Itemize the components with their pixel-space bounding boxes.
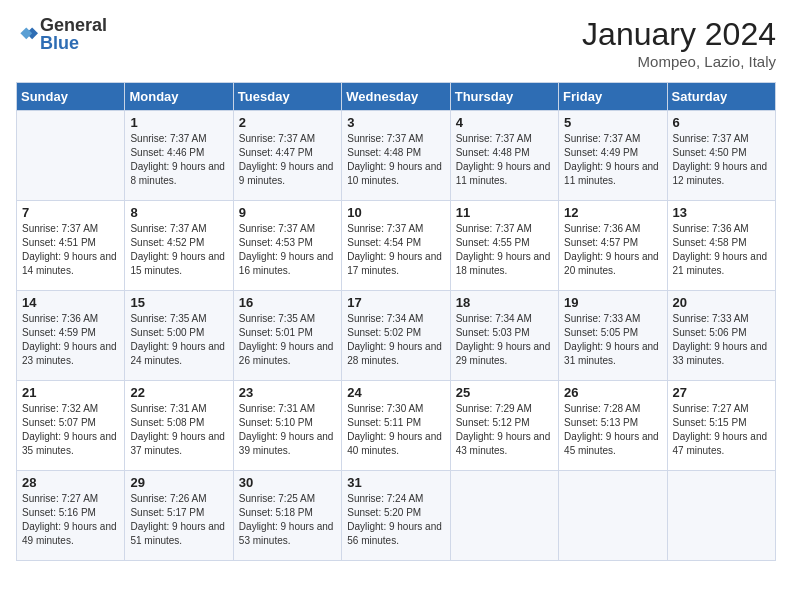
- calendar-day-cell: [667, 471, 775, 561]
- day-number: 12: [564, 205, 661, 220]
- calendar-day-cell: 20Sunrise: 7:33 AMSunset: 5:06 PMDayligh…: [667, 291, 775, 381]
- day-info: Sunrise: 7:32 AMSunset: 5:07 PMDaylight:…: [22, 402, 119, 458]
- day-info: Sunrise: 7:27 AMSunset: 5:15 PMDaylight:…: [673, 402, 770, 458]
- calendar-day-cell: 25Sunrise: 7:29 AMSunset: 5:12 PMDayligh…: [450, 381, 558, 471]
- calendar-day-cell: 31Sunrise: 7:24 AMSunset: 5:20 PMDayligh…: [342, 471, 450, 561]
- day-info: Sunrise: 7:33 AMSunset: 5:05 PMDaylight:…: [564, 312, 661, 368]
- calendar-day-cell: [17, 111, 125, 201]
- calendar-week-row: 7Sunrise: 7:37 AMSunset: 4:51 PMDaylight…: [17, 201, 776, 291]
- day-info: Sunrise: 7:24 AMSunset: 5:20 PMDaylight:…: [347, 492, 444, 548]
- day-number: 19: [564, 295, 661, 310]
- day-info: Sunrise: 7:35 AMSunset: 5:01 PMDaylight:…: [239, 312, 336, 368]
- day-number: 30: [239, 475, 336, 490]
- day-info: Sunrise: 7:28 AMSunset: 5:13 PMDaylight:…: [564, 402, 661, 458]
- day-info: Sunrise: 7:37 AMSunset: 4:53 PMDaylight:…: [239, 222, 336, 278]
- calendar-day-cell: 1Sunrise: 7:37 AMSunset: 4:46 PMDaylight…: [125, 111, 233, 201]
- calendar-day-cell: 15Sunrise: 7:35 AMSunset: 5:00 PMDayligh…: [125, 291, 233, 381]
- day-number: 7: [22, 205, 119, 220]
- weekday-header-cell: Wednesday: [342, 83, 450, 111]
- day-info: Sunrise: 7:29 AMSunset: 5:12 PMDaylight:…: [456, 402, 553, 458]
- day-info: Sunrise: 7:37 AMSunset: 4:51 PMDaylight:…: [22, 222, 119, 278]
- logo-blue-text: Blue: [40, 33, 79, 53]
- calendar-day-cell: 17Sunrise: 7:34 AMSunset: 5:02 PMDayligh…: [342, 291, 450, 381]
- day-number: 20: [673, 295, 770, 310]
- day-info: Sunrise: 7:37 AMSunset: 4:54 PMDaylight:…: [347, 222, 444, 278]
- day-info: Sunrise: 7:27 AMSunset: 5:16 PMDaylight:…: [22, 492, 119, 548]
- day-info: Sunrise: 7:37 AMSunset: 4:48 PMDaylight:…: [456, 132, 553, 188]
- calendar-week-row: 1Sunrise: 7:37 AMSunset: 4:46 PMDaylight…: [17, 111, 776, 201]
- weekday-header-cell: Thursday: [450, 83, 558, 111]
- day-number: 1: [130, 115, 227, 130]
- day-number: 21: [22, 385, 119, 400]
- day-number: 13: [673, 205, 770, 220]
- calendar-day-cell: 5Sunrise: 7:37 AMSunset: 4:49 PMDaylight…: [559, 111, 667, 201]
- calendar-day-cell: 3Sunrise: 7:37 AMSunset: 4:48 PMDaylight…: [342, 111, 450, 201]
- calendar-day-cell: 7Sunrise: 7:37 AMSunset: 4:51 PMDaylight…: [17, 201, 125, 291]
- day-number: 25: [456, 385, 553, 400]
- day-number: 3: [347, 115, 444, 130]
- calendar-day-cell: 11Sunrise: 7:37 AMSunset: 4:55 PMDayligh…: [450, 201, 558, 291]
- month-title: January 2024: [582, 16, 776, 53]
- day-number: 8: [130, 205, 227, 220]
- day-number: 15: [130, 295, 227, 310]
- calendar-day-cell: 14Sunrise: 7:36 AMSunset: 4:59 PMDayligh…: [17, 291, 125, 381]
- day-info: Sunrise: 7:35 AMSunset: 5:00 PMDaylight:…: [130, 312, 227, 368]
- day-number: 5: [564, 115, 661, 130]
- day-number: 31: [347, 475, 444, 490]
- calendar-week-row: 21Sunrise: 7:32 AMSunset: 5:07 PMDayligh…: [17, 381, 776, 471]
- day-number: 6: [673, 115, 770, 130]
- day-info: Sunrise: 7:37 AMSunset: 4:47 PMDaylight:…: [239, 132, 336, 188]
- calendar-day-cell: 21Sunrise: 7:32 AMSunset: 5:07 PMDayligh…: [17, 381, 125, 471]
- day-number: 24: [347, 385, 444, 400]
- calendar-day-cell: [559, 471, 667, 561]
- calendar-day-cell: 4Sunrise: 7:37 AMSunset: 4:48 PMDaylight…: [450, 111, 558, 201]
- page-header: General Blue January 2024 Mompeo, Lazio,…: [16, 16, 776, 70]
- day-number: 18: [456, 295, 553, 310]
- calendar-week-row: 14Sunrise: 7:36 AMSunset: 4:59 PMDayligh…: [17, 291, 776, 381]
- day-info: Sunrise: 7:25 AMSunset: 5:18 PMDaylight:…: [239, 492, 336, 548]
- calendar-day-cell: 28Sunrise: 7:27 AMSunset: 5:16 PMDayligh…: [17, 471, 125, 561]
- day-number: 16: [239, 295, 336, 310]
- svg-marker-1: [20, 27, 32, 39]
- calendar-day-cell: 19Sunrise: 7:33 AMSunset: 5:05 PMDayligh…: [559, 291, 667, 381]
- calendar-day-cell: [450, 471, 558, 561]
- logo: General Blue: [16, 16, 107, 52]
- day-info: Sunrise: 7:37 AMSunset: 4:50 PMDaylight:…: [673, 132, 770, 188]
- day-number: 17: [347, 295, 444, 310]
- day-info: Sunrise: 7:37 AMSunset: 4:46 PMDaylight:…: [130, 132, 227, 188]
- day-number: 10: [347, 205, 444, 220]
- day-info: Sunrise: 7:31 AMSunset: 5:08 PMDaylight:…: [130, 402, 227, 458]
- day-info: Sunrise: 7:36 AMSunset: 4:58 PMDaylight:…: [673, 222, 770, 278]
- day-info: Sunrise: 7:26 AMSunset: 5:17 PMDaylight:…: [130, 492, 227, 548]
- calendar-day-cell: 29Sunrise: 7:26 AMSunset: 5:17 PMDayligh…: [125, 471, 233, 561]
- calendar-day-cell: 26Sunrise: 7:28 AMSunset: 5:13 PMDayligh…: [559, 381, 667, 471]
- day-number: 14: [22, 295, 119, 310]
- calendar-day-cell: 22Sunrise: 7:31 AMSunset: 5:08 PMDayligh…: [125, 381, 233, 471]
- location-title: Mompeo, Lazio, Italy: [582, 53, 776, 70]
- calendar-day-cell: 9Sunrise: 7:37 AMSunset: 4:53 PMDaylight…: [233, 201, 341, 291]
- calendar-body: 1Sunrise: 7:37 AMSunset: 4:46 PMDaylight…: [17, 111, 776, 561]
- day-number: 11: [456, 205, 553, 220]
- calendar-day-cell: 23Sunrise: 7:31 AMSunset: 5:10 PMDayligh…: [233, 381, 341, 471]
- day-number: 22: [130, 385, 227, 400]
- day-info: Sunrise: 7:37 AMSunset: 4:49 PMDaylight:…: [564, 132, 661, 188]
- day-number: 26: [564, 385, 661, 400]
- weekday-header-cell: Monday: [125, 83, 233, 111]
- weekday-header-cell: Friday: [559, 83, 667, 111]
- day-info: Sunrise: 7:36 AMSunset: 4:57 PMDaylight:…: [564, 222, 661, 278]
- calendar-day-cell: 27Sunrise: 7:27 AMSunset: 5:15 PMDayligh…: [667, 381, 775, 471]
- calendar-day-cell: 2Sunrise: 7:37 AMSunset: 4:47 PMDaylight…: [233, 111, 341, 201]
- day-number: 9: [239, 205, 336, 220]
- logo-icon: [16, 23, 38, 45]
- day-info: Sunrise: 7:34 AMSunset: 5:02 PMDaylight:…: [347, 312, 444, 368]
- calendar-day-cell: 30Sunrise: 7:25 AMSunset: 5:18 PMDayligh…: [233, 471, 341, 561]
- logo-general-text: General: [40, 15, 107, 35]
- weekday-header-cell: Tuesday: [233, 83, 341, 111]
- calendar-day-cell: 16Sunrise: 7:35 AMSunset: 5:01 PMDayligh…: [233, 291, 341, 381]
- day-info: Sunrise: 7:30 AMSunset: 5:11 PMDaylight:…: [347, 402, 444, 458]
- calendar-table: SundayMondayTuesdayWednesdayThursdayFrid…: [16, 82, 776, 561]
- day-info: Sunrise: 7:37 AMSunset: 4:55 PMDaylight:…: [456, 222, 553, 278]
- calendar-day-cell: 6Sunrise: 7:37 AMSunset: 4:50 PMDaylight…: [667, 111, 775, 201]
- day-number: 29: [130, 475, 227, 490]
- weekday-header-cell: Sunday: [17, 83, 125, 111]
